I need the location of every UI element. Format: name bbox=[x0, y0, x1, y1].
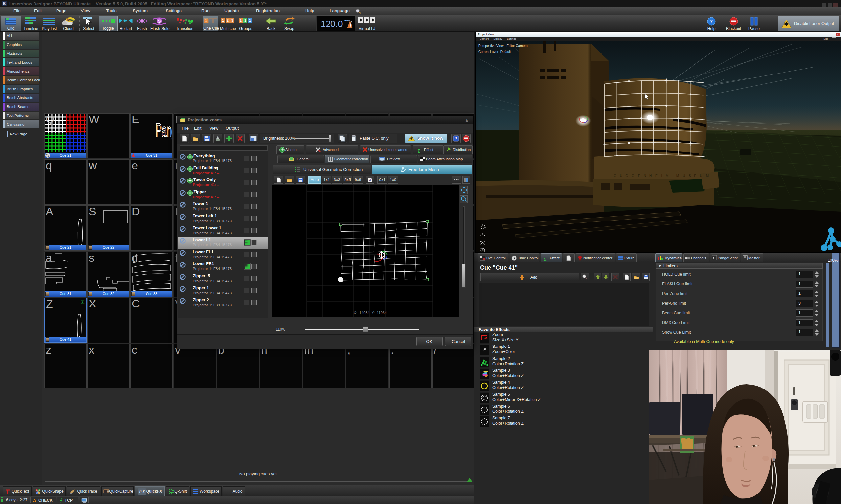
svg-text:!: ! bbox=[34, 499, 35, 503]
svg-text:beta: beta bbox=[67, 18, 74, 21]
svg-text:1: 1 bbox=[222, 19, 224, 22]
svg-text:FX: FX bbox=[139, 489, 145, 494]
svg-text:?: ? bbox=[455, 137, 457, 141]
svg-text:Current Layer: Default: Current Layer: Default bbox=[478, 50, 511, 53]
svg-text:?: ? bbox=[710, 18, 713, 24]
svg-text:1: 1 bbox=[244, 19, 246, 22]
svg-text:1: 1 bbox=[240, 19, 242, 22]
svg-text:1: 1 bbox=[249, 19, 251, 22]
svg-text:2: 2 bbox=[227, 19, 229, 22]
svg-text:S: S bbox=[158, 19, 161, 24]
svg-text:#: # bbox=[369, 179, 371, 182]
svg-text:3: 3 bbox=[231, 19, 233, 22]
svg-text:1: 1 bbox=[205, 19, 207, 23]
svg-text:G U G G E N H E I M M U S E: G U G G E N H E I M M U S E U M bbox=[614, 174, 710, 178]
svg-text:Perspective View - Editor Came: Perspective View - Editor Camera bbox=[478, 44, 528, 48]
svg-text:Pango: Pango bbox=[156, 120, 172, 141]
